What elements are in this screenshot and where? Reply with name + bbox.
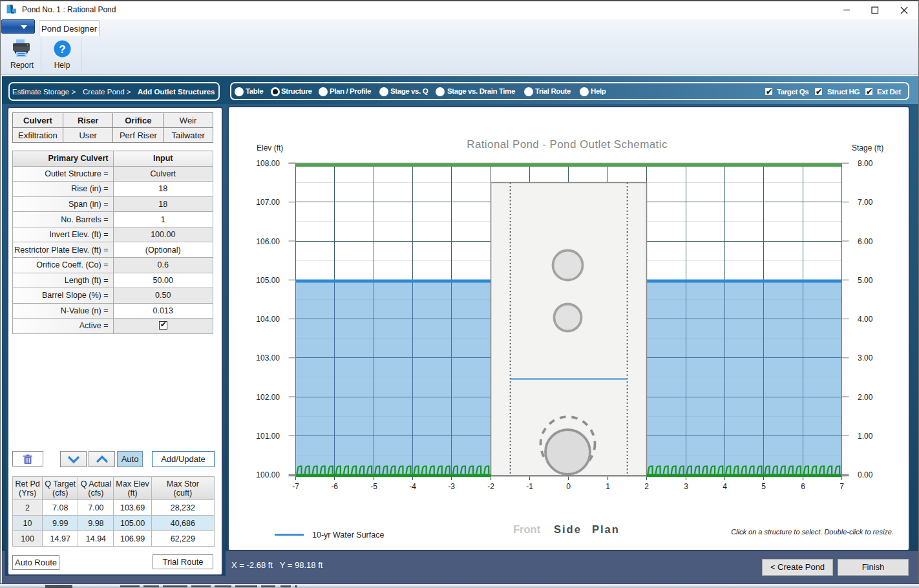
svg-text:-5: -5 [370,482,377,491]
svg-text:-7: -7 [292,482,299,491]
svg-text:3: 3 [684,482,688,491]
svg-text:4: 4 [723,482,727,491]
svg-text:-2: -2 [487,482,494,491]
svg-text:-1: -1 [526,482,533,491]
svg-text:?: ? [59,43,65,56]
svg-text:7: 7 [840,482,844,491]
svg-text:-6: -6 [331,482,338,491]
svg-text:5: 5 [761,482,766,491]
svg-text:0: 0 [566,482,571,491]
svg-text:-3: -3 [448,482,455,491]
svg-text:6: 6 [801,482,805,491]
svg-text:2: 2 [644,482,649,491]
svg-text:1: 1 [606,482,610,491]
svg-text:X (ft): X (ft) [560,494,577,496]
svg-text:-4: -4 [409,482,416,491]
